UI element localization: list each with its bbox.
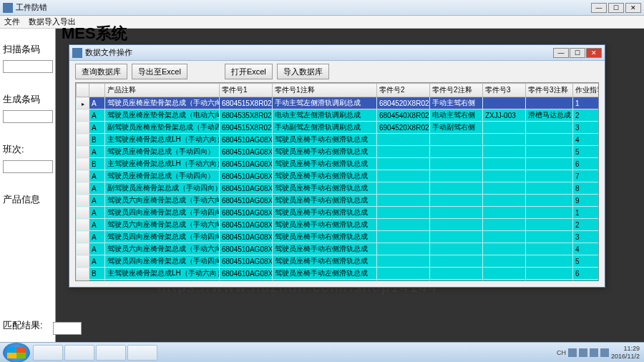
volume-icon[interactable] (600, 348, 609, 357)
dialog-title: 数据文件操作 (85, 47, 553, 58)
ime-indicator[interactable]: CH (557, 349, 566, 356)
clock-date: 2016/11/2 (611, 353, 640, 361)
data-file-dialog: 数据文件操作 — ☐ ✕ 查询数据库 导出至Excel 打开Excel 导入数据… (69, 44, 605, 288)
main-window-title: 工件防错 (16, 2, 591, 13)
dialog-min-button[interactable]: — (553, 48, 569, 58)
main-close-button[interactable]: ✕ (625, 3, 641, 13)
table-row[interactable]: A副驾驶员座椅座垫骨架总成（手动四向）6904515X8R02A手动副驾左侧滑轨… (77, 122, 600, 134)
table-row[interactable]: B主驾驶座椅骨架总成LH（手动六向）6804510AG08XA驾驶员座椅手动右侧… (77, 134, 600, 146)
table-row[interactable]: A驾驶员六向座椅骨架总成（手动六向）6804510AG08XA驾驶员座椅手动右侧… (77, 219, 600, 231)
column-header[interactable]: 零件号1 (220, 84, 273, 97)
label-match-result: 匹配结果: (3, 319, 43, 332)
clock-time: 11:29 (611, 345, 640, 353)
clock[interactable]: 11:29 2016/11/2 (611, 345, 640, 361)
column-header[interactable]: 产品注释 (105, 84, 220, 97)
match-result-box (53, 322, 82, 335)
main-titlebar: 工件防错 — ☐ ✕ (0, 0, 644, 16)
dialog-toolbar: 查询数据库 导出至Excel 打开Excel 导入数据库 (69, 61, 605, 82)
column-header[interactable]: 零件号3 (483, 84, 526, 97)
table-row[interactable]: A驾驶员座椅座垫骨架总成（电动六向）6804535X8R02A电动主驾左侧滑轨调… (77, 109, 600, 122)
table-row[interactable]: A驾驶员四向座椅骨架总成（手动四向）6804510AG08XA驾驶员座椅手动右侧… (77, 231, 600, 243)
dialog-close-button[interactable]: ✕ (586, 48, 602, 58)
taskbar-item[interactable] (64, 345, 94, 361)
gen-barcode-input[interactable] (3, 110, 53, 123)
table-row[interactable]: A副驾驶员座椅骨架总成（手动四向）6804510AG08XA驾驶员座椅手动右侧滑… (77, 182, 600, 195)
dialog-titlebar: 数据文件操作 — ☐ ✕ (69, 45, 605, 61)
dialog-max-button[interactable]: ☐ (570, 48, 585, 58)
table-row[interactable]: B主驾驶座椅骨架总成LH（手动六向）6804510AG08XA驾驶员座椅手动右侧… (77, 158, 600, 170)
export-excel-button[interactable]: 导出至Excel (132, 64, 187, 79)
main-min-button[interactable]: — (591, 3, 607, 13)
table-row[interactable]: B主驾驶座椅骨架总成LH（手动六向）6804610AG08XA驾驶员座椅手动左侧… (77, 268, 600, 280)
table-row[interactable]: A驾驶员六向座椅骨架总成（手动六向）6804510AG08XA驾驶员座椅手动右侧… (77, 243, 600, 255)
label-shift: 班次: (3, 143, 52, 156)
label-scan-barcode: 扫描条码 (3, 43, 52, 56)
table-row[interactable]: A驾驶员四向座椅骨架总成（手动四向）6804510AG08XA驾驶员座椅手动右侧… (77, 207, 600, 219)
dialog-icon (72, 48, 82, 58)
column-header[interactable]: 零件号2注释 (430, 84, 483, 97)
taskbar-item[interactable] (33, 345, 63, 361)
tray-icon[interactable] (568, 348, 577, 357)
table-row[interactable]: A驾驶员座椅骨架总成（手动四向）6804610AG08XA驾驶员座椅手动左侧滑轨… (77, 280, 600, 282)
app-heading: MES系统 (62, 23, 127, 44)
scan-barcode-input[interactable] (3, 60, 53, 73)
open-excel-button[interactable]: 打开Excel (225, 64, 273, 79)
system-tray: CH 11:29 2016/11/2 (557, 345, 644, 361)
main-max-button[interactable]: ☐ (608, 3, 624, 13)
shift-input[interactable] (3, 160, 53, 173)
table-row[interactable]: A驾驶员六向座椅骨架总成（手动六向）6804510AG08XA驾驶员座椅手动右侧… (77, 195, 600, 207)
taskbar-item[interactable] (96, 345, 126, 361)
taskbar-item[interactable] (127, 345, 157, 361)
start-button[interactable] (3, 343, 30, 363)
column-header[interactable]: 零件号2 (377, 84, 430, 97)
tray-icon[interactable] (579, 348, 587, 357)
data-grid[interactable]: 产品注释零件号1零件号1注释零件号2零件号2注释零件号3零件号3注释作业指导书 … (75, 82, 599, 281)
column-header[interactable]: 零件号3注释 (526, 84, 573, 97)
table-row[interactable]: A驾驶员座椅骨架总成（手动四向）6804510AG08XA驾驶员座椅手动右侧滑轨… (77, 170, 600, 182)
column-header[interactable]: 作业指导书 (573, 84, 600, 97)
table-row[interactable]: A驾驶员四向座椅骨架总成（手动四向）6804510AG08XA驾驶员座椅手动右侧… (77, 255, 600, 268)
menu-file[interactable]: 文件 (4, 16, 20, 27)
table-row[interactable]: A驾驶员座椅骨架总成（手动四向）6804510AG08XA驾驶员座椅手动右侧滑轨… (77, 146, 600, 158)
column-header[interactable]: 零件号1注释 (273, 84, 377, 97)
app-icon (3, 3, 13, 13)
sidebar: 扫描条码 生成条码 班次: 产品信息 (0, 29, 56, 342)
taskbar: CH 11:29 2016/11/2 (0, 342, 644, 362)
query-db-button[interactable]: 查询数据库 (75, 64, 127, 79)
table-row[interactable]: A驾驶员座椅座垫骨架总成（手动六向）6804515X8R02A手动主驾左侧滑轨调… (77, 97, 600, 109)
label-product-info: 产品信息 (3, 193, 52, 206)
network-icon[interactable] (590, 348, 598, 357)
label-gen-barcode: 生成条码 (3, 93, 52, 106)
import-db-button[interactable]: 导入数据库 (277, 64, 329, 79)
